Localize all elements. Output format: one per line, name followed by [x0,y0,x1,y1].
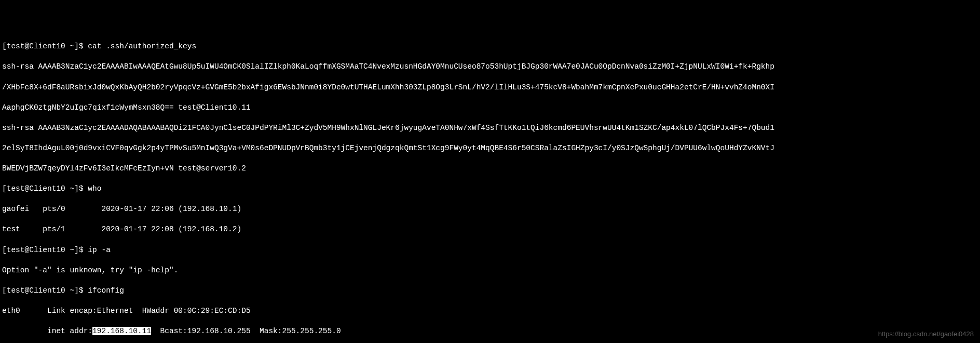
watermark-text: https://blog.csdn.net/gaofei0428 [878,329,974,339]
who-output-line2: test pts/1 2020-01-17 22:08 (192.168.10.… [2,225,978,235]
authkeys-line1: ssh-rsa AAAAB3NzaC1yc2EAAAABIwAAAQEAtGwu… [2,62,978,72]
authkeys-line5: 2elSyT8IhdAguL00j0d9vxiCVF0qvGgk2p4yTPMv… [2,143,978,154]
command-cat: cat .ssh/authorized_keys [88,42,196,50]
command-ifconfig: ifconfig [88,286,124,295]
command-ip: ip -a [88,246,111,254]
command-who: who [88,184,101,193]
prompt: [test@Client10 ~]$ [2,184,88,193]
authkeys-line4: ssh-rsa AAAAB3NzaC1yc2EAAAADAQABAAABAQDi… [2,123,978,134]
prompt-line-ip: [test@Client10 ~]$ ip -a [2,245,978,256]
ip-error: Option "-a" is unknown, try "ip -help". [2,266,978,276]
ifconfig-eth0-link: eth0 Link encap:Ethernet HWaddr 00:0C:29… [2,306,978,316]
ifconfig-eth0-inet-post: Bcast:192.168.10.255 Mask:255.255.255.0 [151,327,341,335]
prompt: [test@Client10 ~]$ [2,42,88,50]
authkeys-line6: BWEDVjBZW7qeyDYl4zFv6I3eIkcMFcEzIyn+vN t… [2,164,978,174]
prompt: [test@Client10 ~]$ [2,286,88,295]
ifconfig-eth0-inet-pre: inet addr: [2,327,92,335]
authkeys-line2: /XHbFc8X+6dF8aURsbixJd0wQxKbAyQH2b02ryVp… [2,83,978,93]
prompt: [test@Client10 ~]$ [2,246,88,254]
prompt-line-ifconfig: [test@Client10 ~]$ ifconfig [2,286,978,296]
ip-address-highlight[interactable]: 192.168.10.11 [92,327,151,335]
authkeys-line3: AaphgCK0ztgNbY2uIgc7qixf1cWymMsxn38Q== t… [2,103,978,113]
ifconfig-eth0-inet: inet addr:192.168.10.11 Bcast:192.168.10… [2,326,978,337]
who-output-line1: gaofei pts/0 2020-01-17 22:06 (192.168.1… [2,204,978,215]
prompt-line-cat: [test@Client10 ~]$ cat .ssh/authorized_k… [2,42,978,52]
prompt-line-who: [test@Client10 ~]$ who [2,184,978,194]
